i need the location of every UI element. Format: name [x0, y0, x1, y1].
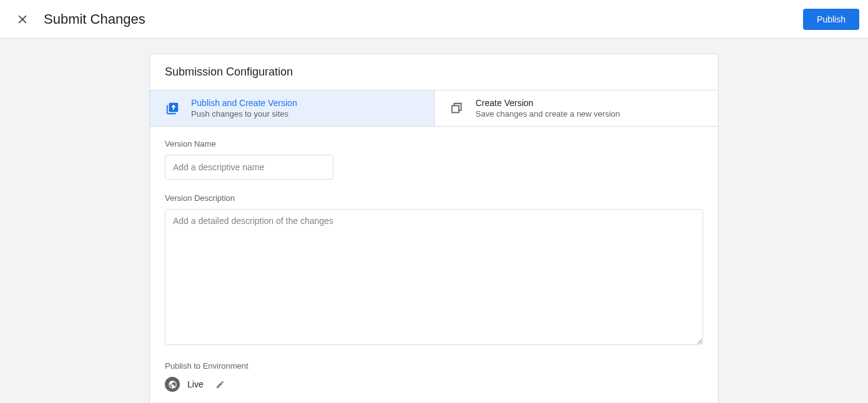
- card-title: Submission Configuration: [165, 66, 703, 79]
- publish-environment-label: Publish to Environment: [165, 361, 703, 371]
- form-area: Version Name Version Description Publish…: [150, 127, 718, 403]
- version-name-input[interactable]: [165, 155, 333, 180]
- tab-text-group: Create Version Save changes and create a…: [476, 98, 620, 119]
- version-description-label: Version Description: [165, 193, 703, 203]
- pencil-icon: [215, 380, 225, 389]
- environment-row: Live: [165, 377, 703, 392]
- svg-rect-2: [451, 105, 458, 112]
- publish-upload-icon: [165, 101, 180, 116]
- tab-create-version[interactable]: Create Version Save changes and create a…: [435, 90, 719, 126]
- card-header: Submission Configuration: [150, 54, 718, 90]
- tab-title: Create Version: [476, 98, 620, 108]
- create-version-icon: [450, 101, 465, 116]
- header-left: Submit Changes: [15, 11, 145, 27]
- publish-button[interactable]: Publish: [803, 9, 859, 30]
- tab-subtitle: Save changes and create a new version: [476, 109, 620, 119]
- globe-icon: [165, 377, 180, 392]
- close-button[interactable]: [15, 12, 30, 27]
- config-card: Submission Configuration Publish and Cre…: [149, 54, 719, 403]
- tab-title: Publish and Create Version: [191, 98, 297, 108]
- dialog-title: Submit Changes: [44, 11, 145, 27]
- dialog-header: Submit Changes Publish: [0, 0, 868, 39]
- edit-environment-button[interactable]: [215, 379, 226, 390]
- version-name-label: Version Name: [165, 139, 703, 148]
- tab-publish-and-create-version[interactable]: Publish and Create Version Push changes …: [150, 90, 435, 126]
- publish-environment-group: Publish to Environment Live: [165, 361, 703, 392]
- version-name-group: Version Name: [165, 139, 703, 180]
- tab-text-group: Publish and Create Version Push changes …: [191, 98, 297, 119]
- close-icon: [17, 14, 27, 24]
- environment-name: Live: [187, 379, 204, 389]
- tab-subtitle: Push changes to your sites: [191, 109, 297, 119]
- version-description-input[interactable]: [165, 209, 703, 345]
- version-description-group: Version Description: [165, 193, 703, 347]
- submission-tabs: Publish and Create Version Push changes …: [150, 90, 718, 127]
- dialog-body: Submission Configuration Publish and Cre…: [0, 39, 868, 403]
